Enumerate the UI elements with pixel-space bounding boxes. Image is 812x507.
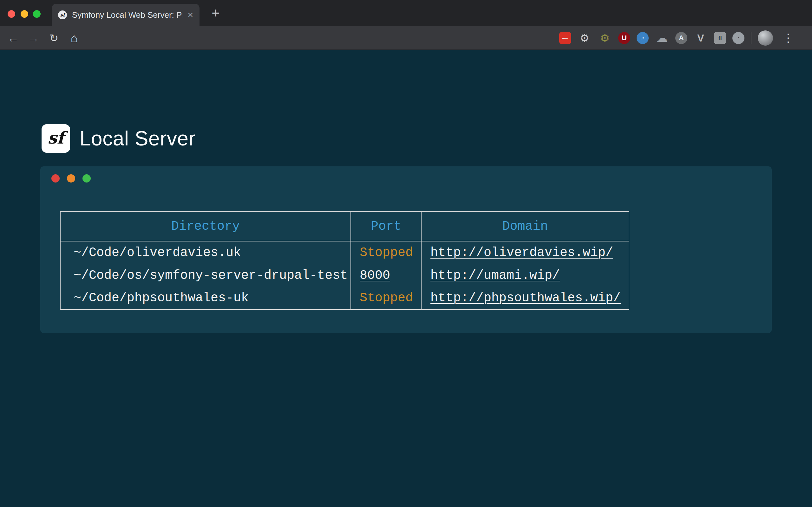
- tab-favicon-icon: sf: [58, 10, 67, 19]
- back-icon[interactable]: ←: [4, 26, 22, 50]
- extensions-row: ••• ⚙ ⚙ U ◔ ☁ A V fl ꞏ ⋮: [559, 26, 806, 50]
- fl-extension-icon[interactable]: fl: [714, 32, 726, 44]
- table-row: ~/Code/phpsouthwales-uk Stopped http://p…: [60, 287, 629, 309]
- gear-extension-icon[interactable]: ⚙: [577, 31, 592, 45]
- domain-link[interactable]: http://phpsouthwales.wip/: [430, 291, 621, 305]
- window-zoom-button[interactable]: [33, 10, 41, 18]
- symfony-logo-glyph: sf: [48, 128, 64, 147]
- servers-table: Directory Port Domain ~/Code/oliverdavie…: [60, 211, 629, 310]
- status-badge: Stopped: [360, 291, 413, 305]
- symfony-logo-icon: sf: [42, 124, 70, 153]
- dark-gear-extension-icon[interactable]: ⚙: [598, 31, 612, 45]
- directory-cell: ~/Code/oliverdavies.uk: [60, 241, 351, 264]
- status-badge: Stopped: [360, 245, 413, 260]
- browser-menu-icon[interactable]: ⋮: [779, 32, 797, 45]
- directory-column-header: Directory: [60, 211, 351, 241]
- table-header-row: Directory Port Domain: [60, 211, 629, 241]
- page-header: sf Local Server: [42, 124, 195, 153]
- letter-v-extension-icon[interactable]: V: [694, 31, 708, 45]
- red-dot-icon: [51, 174, 60, 182]
- domain-link[interactable]: http://oliverdavies.wip/: [430, 245, 613, 260]
- extensions-divider: [751, 32, 751, 44]
- home-icon[interactable]: ⌂: [65, 26, 83, 50]
- table-row: ~/Code/os/symfony-server-drupal-test 800…: [60, 264, 629, 287]
- forward-icon: →: [25, 26, 43, 50]
- directory-cell: ~/Code/os/symfony-server-drupal-test: [60, 264, 351, 287]
- panel-dots: [51, 174, 91, 182]
- tab-title: Symfony Local Web Server: Prox: [72, 10, 183, 20]
- red-dots-extension-icon[interactable]: •••: [559, 32, 571, 44]
- cloud-extension-icon[interactable]: ☁: [655, 31, 669, 45]
- tab-close-icon[interactable]: ×: [188, 10, 193, 20]
- port-column-header: Port: [351, 211, 421, 241]
- page-title: Local Server: [80, 127, 195, 150]
- blue-circle-extension-icon[interactable]: ◔: [637, 32, 649, 44]
- domain-column-header: Domain: [421, 211, 629, 241]
- browser-tab[interactable]: sf Symfony Local Web Server: Prox ×: [52, 4, 200, 26]
- table-row: ~/Code/oliverdavies.uk Stopped http://ol…: [60, 241, 629, 264]
- directory-cell: ~/Code/phpsouthwales-uk: [60, 287, 351, 309]
- port-link[interactable]: 8000: [360, 268, 390, 283]
- profile-avatar[interactable]: [758, 31, 773, 46]
- tab-strip: sf Symfony Local Web Server: Prox × +: [0, 0, 812, 26]
- server-panel: Directory Port Domain ~/Code/oliverdavie…: [40, 166, 772, 333]
- orange-dot-icon: [67, 174, 75, 182]
- window-close-button[interactable]: [8, 10, 15, 18]
- new-tab-button[interactable]: +: [208, 0, 223, 26]
- page-content: sf Local Server Directory Port Domain ~/…: [0, 50, 812, 507]
- letter-a-extension-icon[interactable]: A: [675, 32, 687, 44]
- reload-icon[interactable]: ↻: [45, 26, 63, 50]
- domain-link[interactable]: http://umami.wip/: [430, 268, 560, 283]
- window-minimize-button[interactable]: [20, 10, 28, 18]
- github-extension-icon[interactable]: ꞏ: [732, 32, 745, 44]
- green-dot-icon: [83, 174, 91, 182]
- ublock-extension-icon[interactable]: U: [618, 32, 630, 44]
